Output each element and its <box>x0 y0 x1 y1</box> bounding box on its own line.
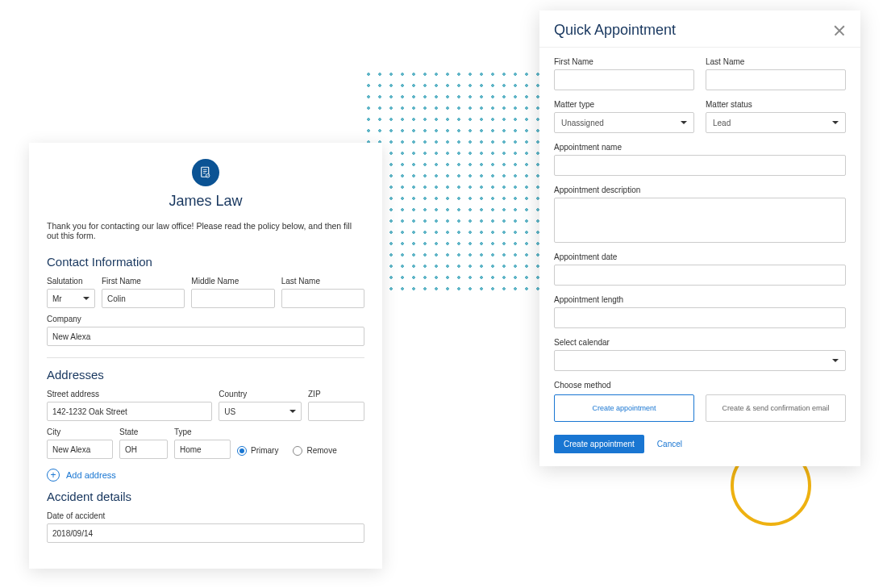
appt-length-input[interactable] <box>554 307 846 328</box>
type-input[interactable]: Home <box>174 440 231 459</box>
appt-length-label: Appointment length <box>554 295 846 304</box>
intro-text: Thank you for contacting our law office!… <box>47 221 364 240</box>
appt-date-input[interactable] <box>554 265 846 286</box>
close-icon[interactable] <box>833 24 846 37</box>
last-name-label: Last Name <box>281 277 364 286</box>
chevron-down-icon <box>681 121 687 124</box>
contact-section-title: Contact Information <box>47 255 364 269</box>
accident-section-title: Accident details <box>47 490 364 503</box>
country-label: Country <box>219 390 302 398</box>
method-create-button[interactable]: Create appointment <box>554 394 694 422</box>
matter-status-select[interactable]: Lead <box>706 112 846 133</box>
quick-appointment-modal: Quick Appointment First Name Last Name M… <box>539 10 860 466</box>
qa-first-name-input[interactable] <box>554 69 694 90</box>
state-label: State <box>119 427 168 436</box>
first-name-value: Colin <box>107 294 126 303</box>
appt-desc-label: Appointment description <box>554 186 846 194</box>
salutation-select[interactable]: Mr <box>47 289 95 308</box>
method-create-send-label: Create & send confirmation email <box>722 404 829 412</box>
street-label: Street address <box>47 390 212 398</box>
salutation-value: Mr <box>52 294 62 303</box>
intake-form-card: James Law Thank you for contacting our l… <box>29 143 382 569</box>
remove-radio[interactable]: Remove <box>293 446 336 456</box>
qa-first-name-label: First Name <box>554 57 694 66</box>
first-name-input[interactable]: Colin <box>102 289 185 308</box>
matter-type-value: Unassigned <box>561 119 604 127</box>
last-name-input[interactable] <box>281 289 364 308</box>
city-value: New Alexa <box>52 445 90 454</box>
middle-name-label: Middle Name <box>191 277 274 286</box>
plus-icon: + <box>47 469 60 482</box>
choose-method-label: Choose method <box>554 381 846 390</box>
accident-date-label: Date of accident <box>47 511 364 520</box>
zip-label: ZIP <box>308 390 364 398</box>
company-label: Company <box>47 315 364 323</box>
add-address-button[interactable]: + Add address <box>47 469 364 482</box>
state-value: OH <box>125 445 137 454</box>
appt-desc-textarea[interactable] <box>554 198 846 243</box>
middle-name-input[interactable] <box>191 289 274 308</box>
method-create-send-button[interactable]: Create & send confirmation email <box>706 394 846 422</box>
create-appointment-label: Create appointment <box>564 440 635 448</box>
calendar-select[interactable] <box>554 350 846 371</box>
appt-name-label: Appointment name <box>554 143 846 152</box>
appt-name-input[interactable] <box>554 155 846 176</box>
addresses-section-title: Addresses <box>47 368 364 382</box>
remove-label: Remove <box>306 446 336 455</box>
first-name-label: First Name <box>102 277 185 286</box>
calendar-label: Select calendar <box>554 338 846 347</box>
chevron-down-icon <box>832 121 839 124</box>
qa-last-name-label: Last Name <box>706 57 846 66</box>
primary-radio[interactable]: Primary <box>237 446 278 456</box>
firm-logo <box>192 159 219 186</box>
add-address-label: Add address <box>66 470 116 480</box>
street-input[interactable]: 142-1232 Oak Street <box>47 402 212 421</box>
create-appointment-button[interactable]: Create appointment <box>554 435 644 453</box>
qa-last-name-input[interactable] <box>706 69 846 90</box>
modal-title: Quick Appointment <box>554 22 676 39</box>
country-select[interactable]: US <box>219 402 302 421</box>
type-value: Home <box>180 445 202 454</box>
matter-status-label: Matter status <box>706 100 846 109</box>
state-input[interactable]: OH <box>119 440 168 459</box>
accident-date-input[interactable]: 2018/09/14 <box>47 523 364 543</box>
city-input[interactable]: New Alexa <box>47 440 113 459</box>
country-value: US <box>224 407 235 416</box>
accident-date-value: 2018/09/14 <box>52 529 93 538</box>
chevron-down-icon <box>832 359 839 362</box>
document-icon <box>198 165 213 180</box>
divider <box>47 357 364 358</box>
type-label: Type <box>174 427 231 436</box>
zip-input[interactable] <box>308 402 364 421</box>
city-label: City <box>47 427 113 436</box>
method-create-label: Create appointment <box>592 404 656 412</box>
matter-type-label: Matter type <box>554 100 694 109</box>
salutation-label: Salutation <box>47 277 95 286</box>
chevron-down-icon <box>83 297 90 300</box>
company-value: New Alexa <box>52 332 90 341</box>
appt-date-label: Appointment date <box>554 252 846 261</box>
chevron-down-icon <box>289 410 296 413</box>
street-value: 142-1232 Oak Street <box>52 407 127 416</box>
cancel-link[interactable]: Cancel <box>657 440 682 448</box>
matter-status-value: Lead <box>713 119 731 127</box>
firm-name: James Law <box>47 193 364 210</box>
company-input[interactable]: New Alexa <box>47 327 364 346</box>
matter-type-select[interactable]: Unassigned <box>554 112 694 133</box>
primary-label: Primary <box>251 446 278 455</box>
